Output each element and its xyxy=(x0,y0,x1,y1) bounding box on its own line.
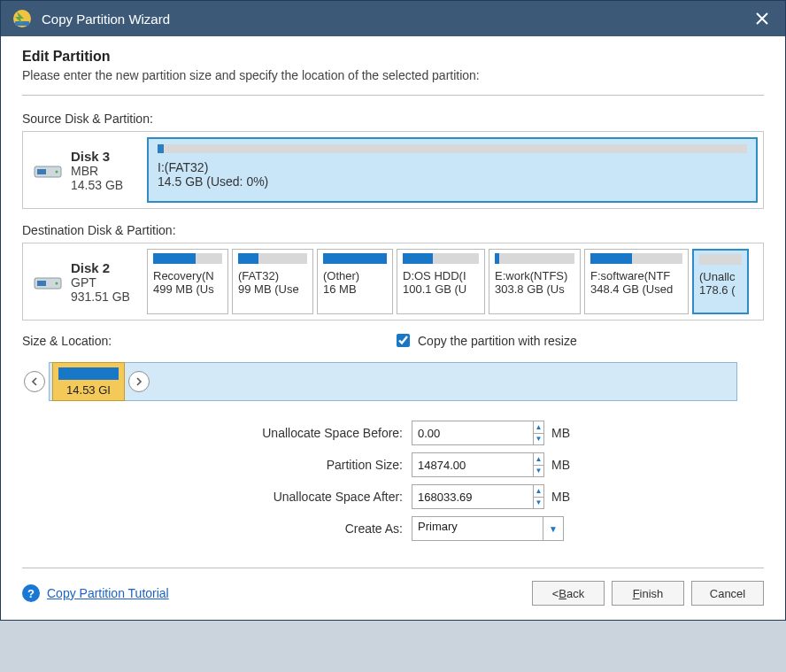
partition-usage-used xyxy=(323,253,387,264)
svg-rect-1 xyxy=(15,21,29,26)
source-partition-size: 14.5 GB (Used: 0%) xyxy=(158,174,747,189)
window-title: Copy Partition Wizard xyxy=(42,12,750,27)
destination-partition[interactable]: F:software(NTF348.4 GB (Used xyxy=(584,249,689,314)
source-disk-type: MBR xyxy=(71,164,123,178)
destination-partition[interactable]: (Unallc178.6 ( xyxy=(692,249,749,314)
unalloc-after-label: Unallocate Space After: xyxy=(22,490,412,504)
partition-label: (Other) xyxy=(323,269,387,282)
destination-panel: Disk 2 GPT 931.51 GB Recovery(N499 MB (U… xyxy=(22,243,764,321)
spin-up-icon[interactable]: ▲ xyxy=(534,421,543,434)
unalloc-after-field[interactable] xyxy=(412,485,533,508)
partition-size: 100.1 GB (U xyxy=(403,282,479,296)
partition-size: 178.6 ( xyxy=(699,283,742,297)
destination-partition[interactable]: Recovery(N499 MB (Us xyxy=(147,249,228,314)
close-icon[interactable] xyxy=(750,6,774,31)
copy-resize-checkbox[interactable]: Copy the partition with resize xyxy=(393,331,577,350)
partition-size: 348.4 GB (Used xyxy=(590,282,682,296)
form-rows: Unallocate Space Before: ▲ ▼ MB Partitio… xyxy=(22,421,764,541)
source-partition-label: I:(FAT32) xyxy=(158,160,747,174)
partition-usage-bar xyxy=(323,253,387,264)
partition-usage-bar xyxy=(495,253,574,264)
partition-size-input[interactable]: ▲ ▼ xyxy=(412,452,544,477)
partition-size-field[interactable] xyxy=(412,453,533,476)
svg-point-7 xyxy=(56,282,58,285)
partition-label: (Unallc xyxy=(699,270,742,283)
chevron-down-icon[interactable]: ▼ xyxy=(543,517,563,540)
help-link[interactable]: Copy Partition Tutorial xyxy=(47,586,169,600)
destination-partition[interactable]: (FAT32)99 MB (Use xyxy=(232,249,313,314)
copy-resize-input[interactable] xyxy=(397,334,410,347)
spin-down-icon[interactable]: ▼ xyxy=(534,434,543,445)
svg-rect-3 xyxy=(37,169,46,174)
destination-disk-info: Disk 2 GPT 931.51 GB xyxy=(23,243,147,320)
svg-rect-6 xyxy=(37,281,46,286)
partition-size: 16 MB xyxy=(323,282,387,296)
partition-label: (FAT32) xyxy=(238,269,307,282)
back-button[interactable]: < Back xyxy=(532,581,605,606)
destination-partition[interactable]: (Other)16 MB xyxy=(317,249,393,314)
disk-icon xyxy=(34,271,62,292)
app-icon xyxy=(12,8,33,29)
partition-size: 99 MB (Use xyxy=(238,282,307,296)
disk-icon xyxy=(34,159,62,181)
source-panel: Disk 3 MBR 14.53 GB I:(FAT32) 14.5 GB (U… xyxy=(22,131,764,209)
partition-usage-bar xyxy=(153,253,222,264)
unalloc-before-unit: MB xyxy=(551,426,570,440)
slider-handle[interactable]: 14.53 GI xyxy=(52,362,125,401)
finish-button[interactable]: Finish xyxy=(612,581,684,606)
create-as-value: Primary xyxy=(412,517,543,540)
cancel-button[interactable]: Cancel xyxy=(691,581,764,606)
footer: ? Copy Partition Tutorial < Back Finish … xyxy=(22,581,764,606)
partition-slider[interactable]: 14.53 GI xyxy=(22,357,764,406)
source-usage-used xyxy=(158,144,164,153)
row-partition-size: Partition Size: ▲ ▼ MB xyxy=(22,452,764,477)
slider-track xyxy=(49,362,737,401)
partition-label: Recovery(N xyxy=(153,269,222,282)
unalloc-before-field[interactable] xyxy=(412,421,533,444)
source-usage-bar xyxy=(158,144,747,153)
spin-down-icon[interactable]: ▼ xyxy=(534,498,543,509)
slider-handle-bar xyxy=(58,367,119,380)
page-subheading: Please enter the new partition size and … xyxy=(22,68,764,82)
wizard-window: Copy Partition Wizard Edit Partition Ple… xyxy=(0,0,786,621)
row-unalloc-before: Unallocate Space Before: ▲ ▼ MB xyxy=(22,421,764,445)
partition-usage-bar xyxy=(403,253,479,264)
partition-usage-bar xyxy=(699,254,742,265)
help-icon[interactable]: ? xyxy=(22,584,40,602)
source-disk-info: Disk 3 MBR 14.53 GB xyxy=(23,132,147,208)
destination-partition[interactable]: D:OS HDD(I100.1 GB (U xyxy=(397,249,485,314)
spin-up-icon[interactable]: ▲ xyxy=(534,485,543,498)
partition-label: F:software(NTF xyxy=(590,269,682,282)
source-label: Source Disk & Partition: xyxy=(22,112,764,126)
destination-label: Destination Disk & Partition: xyxy=(22,223,764,237)
unalloc-before-input[interactable]: ▲ ▼ xyxy=(412,421,544,445)
spin-down-icon[interactable]: ▼ xyxy=(534,466,543,477)
partition-size-label: Partition Size: xyxy=(22,458,412,472)
partition-size-unit: MB xyxy=(551,458,570,472)
size-location-row: Size & Location: Copy the partition with… xyxy=(22,331,764,350)
source-partition[interactable]: I:(FAT32) 14.5 GB (Used: 0%) xyxy=(147,137,758,203)
unalloc-before-label: Unallocate Space Before: xyxy=(22,426,412,440)
svg-point-4 xyxy=(56,171,58,174)
slider-left-button[interactable] xyxy=(24,371,45,392)
help-link-group: ? Copy Partition Tutorial xyxy=(22,584,169,602)
partition-usage-used xyxy=(153,253,196,264)
slider-right-button[interactable] xyxy=(128,371,150,392)
unalloc-after-input[interactable]: ▲ ▼ xyxy=(412,484,544,509)
create-as-select[interactable]: Primary ▼ xyxy=(412,516,564,541)
source-disk-size: 14.53 GB xyxy=(71,178,123,192)
destination-partition[interactable]: E:work(NTFS)303.8 GB (Us xyxy=(489,249,581,314)
partition-size: 499 MB (Us xyxy=(153,282,222,296)
create-as-label: Create As: xyxy=(22,521,412,536)
row-create-as: Create As: Primary ▼ xyxy=(22,516,764,541)
spin-up-icon[interactable]: ▲ xyxy=(534,453,543,466)
copy-resize-label: Copy the partition with resize xyxy=(418,334,577,348)
slider-handle-label: 14.53 GI xyxy=(66,383,111,397)
titlebar: Copy Partition Wizard xyxy=(1,1,785,36)
partition-usage-used xyxy=(403,253,433,264)
unalloc-after-unit: MB xyxy=(551,490,570,504)
partition-usage-used xyxy=(238,253,258,264)
destination-disk-name: Disk 2 xyxy=(71,260,130,275)
destination-partitions: Recovery(N499 MB (Us(FAT32)99 MB (Use(Ot… xyxy=(147,243,763,320)
partition-size: 303.8 GB (Us xyxy=(495,282,574,296)
